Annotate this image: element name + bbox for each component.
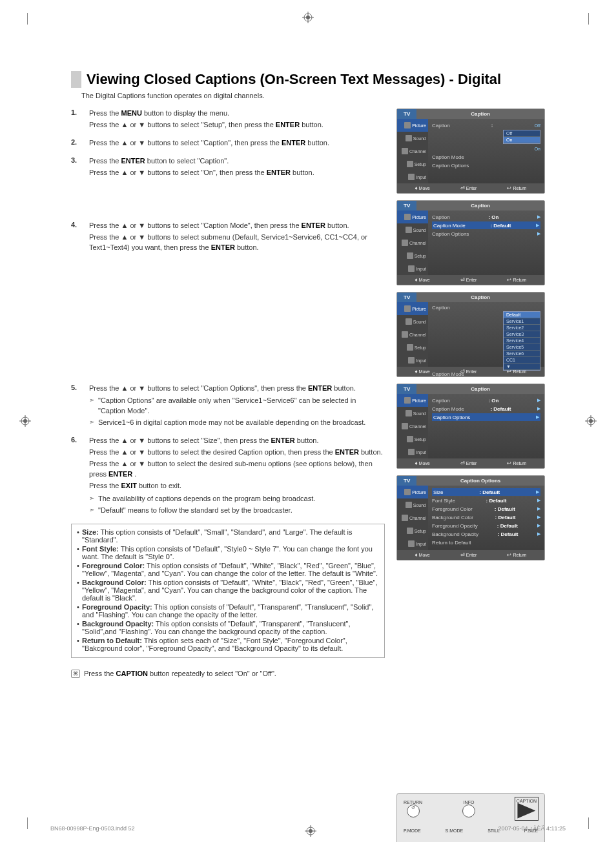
osd-row[interactable]: Caption Options▶: [432, 413, 540, 421]
osd-row[interactable]: Caption Options▶: [432, 230, 540, 238]
osd-side-item[interactable]: Channel: [397, 328, 428, 341]
osd-dropdown-item[interactable]: Service6: [504, 351, 540, 357]
osd-row[interactable]: Font Style: Default▶: [432, 497, 540, 504]
osd-dropdown-item[interactable]: On: [504, 137, 540, 143]
step: 2.Press the ▲ or ▼ buttons to select "Ca…: [71, 138, 385, 150]
remote-return-button[interactable]: RETURN↺: [404, 800, 422, 817]
page-intro: The Digital Captions function operates o…: [81, 92, 545, 99]
osd-row[interactable]: Caption: [432, 305, 540, 311]
remote-tip: ⌘ Press the CAPTION button repeatedly to…: [71, 670, 385, 678]
osd-return-hint: ↩Return: [507, 369, 526, 375]
osd-side-item[interactable]: Input: [397, 537, 428, 550]
arrow-icon: Off: [535, 123, 540, 128]
osd-side-icon: [408, 449, 415, 455]
osd-side-item[interactable]: Setup: [397, 249, 428, 262]
osd-dropdown-item[interactable]: Off: [504, 130, 540, 137]
osd-side-item[interactable]: Setup: [397, 341, 428, 354]
osd-side-item[interactable]: Channel: [397, 420, 428, 433]
osd-dropdown-item[interactable]: Service5: [504, 344, 540, 351]
osd-main: Caption: On▶Caption Mode: Default▶Captio…: [428, 211, 544, 275]
osd-row[interactable]: Caption Mode: [432, 153, 540, 161]
option-item: Size: This option consists of "Default",…: [77, 528, 379, 544]
page: Viewing Closed Captions (On-Screen Text …: [0, 0, 616, 842]
step-number: 4.: [71, 221, 83, 254]
osd-screenshot: TVCaptionPictureSoundChannelSetupInputCa…: [396, 292, 545, 377]
option-label: Background Color:: [82, 579, 147, 586]
arrow-icon: On: [535, 147, 540, 151]
osd-dropdown[interactable]: DefaultService1Service2Service3Service4S…: [503, 311, 540, 371]
osd-side-item[interactable]: Channel: [397, 511, 428, 524]
osd-row[interactable]: Caption: On▶: [432, 213, 540, 221]
osd-move-hint: ♦Move: [415, 552, 430, 558]
osd-dropdown-item[interactable]: CC1: [504, 357, 540, 364]
osd-row-value: : On: [488, 398, 498, 404]
osd-dropdown-item[interactable]: Service1: [504, 318, 540, 325]
osd-dropdown-item[interactable]: Service4: [504, 338, 540, 344]
osd-screenshot: TVCaptionPictureSoundChannelSetupInputCa…: [396, 108, 545, 194]
osd-tv-label: TV: [397, 476, 416, 486]
osd-side-item[interactable]: Input: [397, 446, 428, 458]
osd-row[interactable]: Caption Mode: Default▶: [432, 405, 540, 413]
osd-side-item[interactable]: Input: [397, 262, 428, 275]
osd-dropdown-item[interactable]: Service3: [504, 331, 540, 338]
osd-row[interactable]: Return to Default: [432, 539, 540, 546]
osd-side-item[interactable]: Picture: [397, 211, 428, 223]
osd-dropdown-item[interactable]: Service2: [504, 325, 540, 331]
osd-side-item[interactable]: Channel: [397, 145, 428, 158]
osd-dropdown-item[interactable]: Default: [504, 312, 540, 318]
osd-side-item[interactable]: Picture: [397, 394, 428, 407]
osd-side-item[interactable]: Channel: [397, 236, 428, 249]
osd-side-item[interactable]: Sound: [397, 132, 428, 145]
osd-side-item[interactable]: Setup: [397, 524, 428, 537]
osd-row[interactable]: Caption:Off: [432, 121, 540, 129]
osd-side-item[interactable]: Sound: [397, 315, 428, 328]
osd-row[interactable]: Background Color: Default▶: [432, 513, 540, 521]
osd-side-icon: [406, 318, 412, 325]
osd-title: Caption: [416, 384, 544, 394]
osd-side-icon: [402, 240, 408, 246]
osd-side-item[interactable]: Input: [397, 170, 428, 183]
crop-mark: [584, 817, 589, 829]
osd-sidebar: PictureSoundChannelSetupInput: [397, 211, 428, 275]
osd-side-item[interactable]: Picture: [397, 119, 428, 132]
osd-side-item[interactable]: Picture: [397, 302, 428, 315]
osd-side-item[interactable]: Sound: [397, 498, 428, 511]
footer-timestamp: 2007-05-04 ¿ÀÈÄ 4:11:25: [498, 825, 566, 837]
option-label: Return to Default:: [82, 637, 142, 644]
remote-info-button[interactable]: INFO: [462, 800, 475, 817]
osd-header: TVCaption: [397, 293, 544, 302]
step-line: Press the ▲ or ▼ buttons to select "Size…: [89, 436, 385, 446]
osd-side-icon: [404, 305, 411, 312]
osd-row[interactable]: Size: Default▶: [432, 488, 540, 496]
step-number: 6.: [71, 436, 83, 517]
right-column: TVCaptionPictureSoundChannelSetupInputCa…: [396, 108, 545, 842]
osd-row-label: Caption: [432, 214, 450, 220]
osd-side-item[interactable]: Sound: [397, 407, 428, 420]
osd-title: Caption: [416, 109, 544, 119]
osd-side-item[interactable]: Input: [397, 354, 428, 367]
osd-move-hint: ♦Move: [415, 460, 430, 466]
option-item: Foreground Opacity: This option consists…: [77, 603, 379, 619]
osd-dropdown[interactable]: OffOn: [503, 130, 540, 144]
step-line: Press the ▲ or ▼ buttons to select "Capt…: [89, 138, 385, 149]
steps-list: 1.Press the MENU button to display the m…: [71, 108, 385, 517]
registration-mark-icon: [585, 415, 597, 427]
osd-side-item[interactable]: Picture: [397, 486, 428, 498]
osd-row-value: :: [491, 123, 493, 128]
osd-row-value: : Default: [490, 406, 511, 412]
osd-row[interactable]: On: [432, 145, 540, 152]
osd-row[interactable]: Foreground Opacity: Default▶: [432, 522, 540, 529]
option-item: Background Opacity: This option consists…: [77, 620, 379, 635]
osd-side-item[interactable]: Sound: [397, 223, 428, 236]
osd-row[interactable]: Caption Mode: Default▶: [432, 221, 540, 229]
remote-caption-button[interactable]: CAPTION: [515, 797, 538, 820]
osd-row[interactable]: Caption: On▶: [432, 396, 540, 404]
osd-side-item[interactable]: Setup: [397, 433, 428, 446]
osd-enter-hint: ⏎Enter: [460, 277, 477, 283]
step-body: Press the ENTER button to select "Captio…: [89, 156, 385, 180]
osd-row[interactable]: Caption Options: [432, 161, 540, 169]
osd-move-hint: ♦Move: [415, 185, 430, 191]
osd-side-item[interactable]: Setup: [397, 158, 428, 170]
osd-row[interactable]: Background Opacity: Default▶: [432, 530, 540, 538]
osd-row[interactable]: Foreground Color: Default▶: [432, 505, 540, 513]
